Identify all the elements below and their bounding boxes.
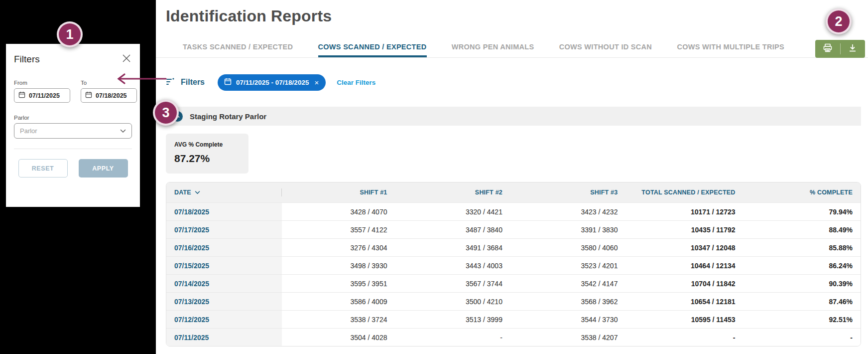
from-date-input[interactable]: 07/11/2025 (14, 88, 70, 103)
parlor-label: Parlor (14, 115, 132, 121)
date-link[interactable]: 07/17/2025 (166, 221, 282, 238)
report-table: DATE SHIFT #1 SHIFT #2 SHIFT #3 TOTAL SC… (166, 182, 861, 347)
complete-value: 85.88% (745, 244, 861, 252)
annotation-badge-2: 2 (826, 8, 852, 34)
shift1-value: 3557 / 4122 (282, 226, 397, 234)
chip-close-icon[interactable]: × (314, 78, 319, 87)
shift2-value: 3491 / 3684 (397, 244, 512, 252)
complete-value: 92.51% (745, 316, 861, 324)
shift1-value: 3504 / 4028 (282, 334, 397, 342)
export-toolbar (815, 40, 865, 58)
shift3-value: 3544 / 3730 (512, 316, 627, 324)
column-header-shift1: SHIFT #1 (282, 189, 397, 196)
tab-bar: TASKS SCANNED / EXPECTED COWS SCANNED / … (156, 38, 868, 58)
complete-value: 88.49% (745, 226, 861, 234)
shift2-value: 3443 / 4003 (397, 262, 512, 270)
date-range-chip-label: 07/11/2025 - 07/18/2025 (236, 79, 309, 86)
section-header-staging-rotary-parlor[interactable]: Staging Rotary Parlor (166, 107, 861, 126)
tab-cows-scanned-expected[interactable]: COWS SCANNED / EXPECTED (318, 43, 427, 57)
date-link[interactable]: 07/14/2025 (166, 275, 282, 292)
annotation-badge-1: 1 (57, 21, 83, 47)
shift1-value: 3538 / 3724 (282, 316, 397, 324)
from-date-field-group: From 07/11/2025 (14, 80, 70, 103)
shift2-value: 3320 / 4421 (397, 208, 512, 216)
from-date-value: 07/11/2025 (29, 92, 60, 99)
table-header-row: DATE SHIFT #1 SHIFT #2 SHIFT #3 TOTAL SC… (166, 182, 861, 202)
column-header-shift3: SHIFT #3 (512, 189, 627, 196)
shift2-value: 3513 / 3999 (397, 316, 512, 324)
section-title: Staging Rotary Parlor (190, 112, 266, 121)
parlor-select[interactable]: Parlor (14, 123, 132, 139)
shift1-value: 3498 / 3930 (282, 262, 397, 270)
date-link[interactable]: 07/13/2025 (166, 293, 282, 310)
column-header-complete: % COMPLETE (745, 189, 861, 196)
calendar-icon (224, 78, 232, 87)
tab-cows-without-id-scan[interactable]: COWS WITHOUT ID SCAN (559, 43, 652, 57)
shift1-value: 3428 / 4070 (282, 208, 397, 216)
shift1-value: 3595 / 3951 (282, 280, 397, 288)
table-row: 07/15/2025 3498 / 3930 3443 / 4003 3523 … (166, 256, 861, 274)
total-value: 10654 / 12181 (627, 298, 745, 306)
shift3-value: 3538 / 4207 (512, 334, 627, 342)
calendar-icon (85, 91, 92, 100)
table-row: 07/17/2025 3557 / 4122 3487 / 3840 3391 … (166, 220, 861, 238)
avg-complete-value: 87.27% (174, 153, 240, 165)
column-header-shift2: SHIFT #2 (397, 189, 512, 196)
shift3-value: 3423 / 4232 (512, 208, 627, 216)
total-value: - (627, 334, 745, 342)
table-row: 07/16/2025 3276 / 4304 3491 / 3684 3580 … (166, 238, 861, 256)
chevron-down-icon (120, 127, 126, 135)
sort-chevron-icon (195, 189, 200, 196)
reset-button[interactable]: RESET (18, 159, 68, 177)
table-row: 07/12/2025 3538 / 3724 3513 / 3999 3544 … (166, 310, 861, 328)
shift3-value: 3568 / 3962 (512, 298, 627, 306)
from-label: From (14, 80, 70, 86)
shift1-value: 3276 / 4304 (282, 244, 397, 252)
print-button[interactable] (815, 40, 840, 58)
panel-divider (14, 149, 132, 149)
avg-complete-label: AVG % Complete (174, 141, 240, 148)
complete-value: 90.39% (745, 280, 861, 288)
complete-value: 86.24% (745, 262, 861, 270)
date-link[interactable]: 07/12/2025 (166, 311, 282, 328)
shift2-value: - (397, 334, 512, 342)
column-header-total: TOTAL SCANNED / EXPECTED (627, 189, 745, 196)
tab-cows-with-multiple-trips[interactable]: COWS WITH MULTIPLE TRIPS (677, 43, 784, 57)
date-link[interactable]: 07/15/2025 (166, 257, 282, 274)
apply-button[interactable]: APPLY (79, 159, 128, 177)
shift3-value: 3523 / 4201 (512, 262, 627, 270)
to-date-input[interactable]: 07/18/2025 (81, 88, 137, 103)
close-icon[interactable] (121, 53, 132, 64)
total-value: 10347 / 12048 (627, 244, 745, 252)
column-header-date[interactable]: DATE (166, 182, 282, 202)
table-row: 07/13/2025 3586 / 4009 3500 / 4210 3568 … (166, 292, 861, 310)
date-link[interactable]: 07/11/2025 (166, 329, 282, 346)
table-row: 07/18/2025 3428 / 4070 3320 / 4421 3423 … (166, 202, 861, 220)
shift3-value: 3391 / 3830 (512, 226, 627, 234)
to-date-value: 07/18/2025 (96, 92, 127, 99)
annotation-badge-3: 3 (153, 100, 179, 126)
tab-tasks-scanned-expected[interactable]: TASKS SCANNED / EXPECTED (183, 43, 293, 57)
shift3-value: 3542 / 4147 (512, 280, 627, 288)
complete-value: - (745, 334, 861, 342)
date-link[interactable]: 07/16/2025 (166, 239, 282, 256)
download-icon (848, 43, 857, 54)
shift3-value: 3580 / 4060 (512, 244, 627, 252)
parlor-select-placeholder: Parlor (20, 127, 37, 135)
date-range-chip[interactable]: 07/11/2025 - 07/18/2025 × (218, 74, 326, 91)
tab-wrong-pen-animals[interactable]: WRONG PEN ANIMALS (452, 43, 534, 57)
avg-complete-card: AVG % Complete 87.27% (166, 134, 248, 174)
shift2-value: 3500 / 4210 (397, 298, 512, 306)
date-link[interactable]: 07/18/2025 (166, 203, 282, 220)
clear-filters-link[interactable]: Clear Filters (337, 79, 375, 86)
parlor-field-group: Parlor Parlor (14, 115, 132, 139)
annotation-arrow (112, 73, 168, 85)
complete-value: 79.94% (745, 208, 861, 216)
download-button[interactable] (841, 40, 866, 58)
total-value: 10464 / 12134 (627, 262, 745, 270)
column-header-date-label: DATE (174, 189, 191, 196)
calendar-icon (18, 91, 25, 100)
total-value: 10595 / 11453 (627, 316, 745, 324)
shift1-value: 3586 / 4009 (282, 298, 397, 306)
total-value: 10704 / 11842 (627, 280, 745, 288)
